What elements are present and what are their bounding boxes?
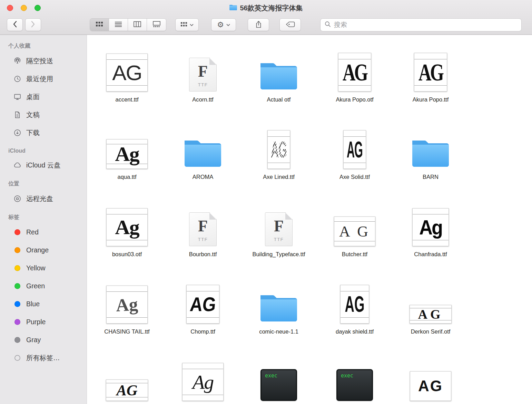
group-by-button[interactable] bbox=[175, 18, 199, 31]
sidebar-item-airdrop[interactable]: 隔空投送 bbox=[0, 52, 87, 70]
file-name: BARN bbox=[423, 173, 439, 181]
font-preview-letters: Ag bbox=[115, 215, 139, 239]
file-icon: Ag bbox=[182, 349, 224, 401]
back-button[interactable] bbox=[7, 18, 23, 31]
folder-proxy-icon bbox=[229, 4, 237, 12]
sidebar-item-label: Yellow bbox=[26, 264, 46, 272]
search-input[interactable] bbox=[334, 21, 517, 29]
tag-color-dot bbox=[14, 265, 20, 271]
sidebar-item-label: 远程光盘 bbox=[26, 194, 53, 203]
font-preview-letters: A G bbox=[339, 223, 370, 240]
font-preview-icon: Ag bbox=[106, 286, 148, 324]
file-item[interactable]: AGAkura Popo.ttf bbox=[393, 40, 469, 117]
font-preview-letters: AG bbox=[418, 377, 443, 395]
font-preview-icon: AG bbox=[186, 285, 219, 324]
file-item[interactable]: AGDerkon Serif.otf bbox=[393, 272, 469, 349]
file-icon: AG bbox=[414, 40, 447, 92]
font-preview-letters: AG bbox=[271, 136, 287, 163]
file-icon: FTTF bbox=[189, 40, 217, 92]
file-item[interactable]: FTTFAcorn.ttf bbox=[165, 40, 241, 117]
ttf-badge: TTF bbox=[265, 237, 292, 242]
file-name: Building_Typeface.ttf bbox=[252, 251, 305, 258]
font-preview-icon: Ag bbox=[106, 208, 148, 246]
sidebar-item-tag-gray[interactable]: Gray bbox=[0, 331, 87, 349]
documents-icon bbox=[13, 110, 21, 119]
sidebar-item-desktop[interactable]: 桌面 bbox=[0, 88, 87, 106]
file-item[interactable]: AG bbox=[393, 349, 469, 404]
sidebar-item-tag-orange[interactable]: Orange bbox=[0, 241, 87, 259]
file-item[interactable]: Agaqua.ttf bbox=[89, 117, 165, 194]
file-item[interactable]: AGAxe Solid.ttf bbox=[317, 117, 393, 194]
file-item[interactable]: Actual otf bbox=[241, 40, 317, 117]
font-preview-icon: A G bbox=[334, 217, 375, 246]
font-preview-letters: AG bbox=[418, 307, 443, 322]
action-menu-button[interactable]: ⚙ bbox=[211, 18, 236, 31]
view-mode-segmented-control bbox=[90, 18, 166, 31]
traffic-lights bbox=[7, 5, 41, 11]
file-item[interactable]: exec bbox=[317, 349, 393, 404]
file-item[interactable]: FTTFBourbon.ttf bbox=[165, 194, 241, 272]
sidebar-item-label: iCloud 云盘 bbox=[26, 161, 61, 170]
file-item[interactable]: AgChanfrada.ttf bbox=[393, 194, 469, 272]
file-item[interactable]: AGAxe Lined.ttf bbox=[241, 117, 317, 194]
file-item[interactable]: AGdayak shield.ttf bbox=[317, 272, 393, 349]
file-name: Axe Solid.ttf bbox=[339, 173, 370, 181]
file-name: bosun03.otf bbox=[112, 251, 142, 258]
sidebar-section-title: 个人收藏 bbox=[0, 40, 87, 52]
minimize-button[interactable] bbox=[21, 5, 27, 11]
file-item[interactable]: FTTFBuilding_Typeface.ttf bbox=[241, 194, 317, 272]
all-tags-icon bbox=[14, 355, 20, 361]
file-item[interactable]: comic-neue-1.1 bbox=[241, 272, 317, 349]
exec-label: exec bbox=[265, 373, 277, 379]
sidebar-item-tag-green[interactable]: Green bbox=[0, 277, 87, 295]
file-item[interactable]: BARN bbox=[393, 117, 469, 194]
font-preview-icon: AG bbox=[106, 54, 148, 92]
file-item[interactable]: AGChomp.ttf bbox=[165, 272, 241, 349]
file-item[interactable]: exec bbox=[241, 349, 317, 404]
icon-view-button[interactable] bbox=[90, 19, 109, 31]
tag-color-dot bbox=[14, 337, 20, 343]
share-button[interactable] bbox=[248, 18, 269, 31]
sidebar-item-remote-disc[interactable]: 远程光盘 bbox=[0, 190, 87, 208]
sidebar: 个人收藏隔空投送最近使用桌面文稿下载iCloudiCloud 云盘位置远程光盘标… bbox=[0, 35, 87, 404]
sidebar-item-label: 所有标签… bbox=[26, 353, 60, 363]
forward-button[interactable] bbox=[25, 18, 41, 31]
file-item[interactable]: A GButcher.ttf bbox=[317, 194, 393, 272]
file-item[interactable]: AROMA bbox=[165, 117, 241, 194]
sidebar-item-downloads[interactable]: 下载 bbox=[0, 124, 87, 142]
sidebar-item-recents[interactable]: 最近使用 bbox=[0, 70, 87, 88]
chevron-left-icon bbox=[13, 21, 17, 29]
sidebar-item-tag-red[interactable]: Red bbox=[0, 223, 87, 241]
sidebar-item-all-tags[interactable]: 所有标签… bbox=[0, 349, 87, 367]
file-item[interactable]: AGaccent.ttf bbox=[89, 40, 165, 117]
column-view-icon bbox=[134, 21, 141, 28]
file-icon: AG bbox=[343, 117, 366, 169]
file-item[interactable]: AgCHASING TAIL.ttf bbox=[89, 272, 165, 349]
list-view-button[interactable] bbox=[109, 19, 128, 31]
tag-button[interactable] bbox=[279, 18, 301, 31]
gallery-view-button[interactable] bbox=[147, 19, 166, 31]
file-item[interactable]: Agbosun03.otf bbox=[89, 194, 165, 272]
window-title: 56款英文海报字体集 bbox=[240, 3, 303, 13]
file-icon: Ag bbox=[106, 194, 148, 246]
file-icon: Ag bbox=[412, 194, 449, 246]
sidebar-item-label: 下载 bbox=[26, 128, 40, 137]
file-item[interactable]: AGAkura Popo.otf bbox=[317, 40, 393, 117]
sidebar-item-tag-purple[interactable]: Purple bbox=[0, 313, 87, 331]
font-preview-letters: AG bbox=[343, 58, 367, 86]
sidebar-item-label: 隔空投送 bbox=[26, 56, 53, 66]
sidebar-item-tag-blue[interactable]: Blue bbox=[0, 295, 87, 313]
search-field[interactable] bbox=[320, 18, 522, 31]
file-item[interactable]: AG bbox=[89, 349, 165, 404]
font-preview-icon: Ag bbox=[412, 208, 449, 246]
sidebar-item-icloud-drive[interactable]: iCloud 云盘 bbox=[0, 156, 87, 174]
sidebar-item-tag-yellow[interactable]: Yellow bbox=[0, 259, 87, 277]
file-icon: AG bbox=[267, 117, 290, 169]
sidebar-item-documents[interactable]: 文稿 bbox=[0, 106, 87, 124]
fullscreen-button[interactable] bbox=[35, 5, 41, 11]
tag-color-dot bbox=[14, 301, 20, 307]
file-icon: exec bbox=[336, 349, 373, 401]
file-item[interactable]: Ag bbox=[165, 349, 241, 404]
close-button[interactable] bbox=[7, 5, 13, 11]
column-view-button[interactable] bbox=[128, 19, 147, 31]
